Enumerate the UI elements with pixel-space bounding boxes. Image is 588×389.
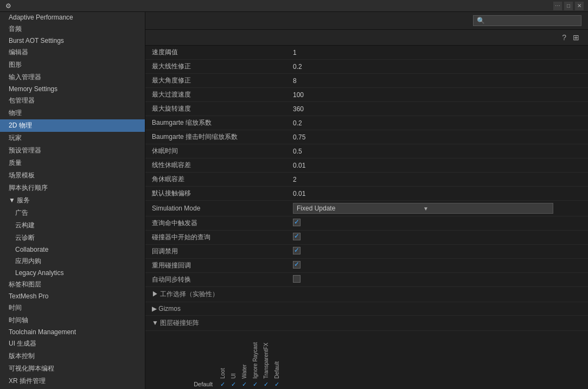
setting-value[interactable]: [286, 216, 588, 231]
matrix-cell[interactable]: ✓: [228, 380, 239, 388]
sidebar-item-2d-物理[interactable]: 2D 物理: [0, 119, 145, 132]
setting-label: Baumgarte 撞击时间缩放系数: [145, 130, 286, 144]
matrix-cell[interactable]: ✓: [260, 380, 271, 388]
dropdown[interactable]: Fixed Update▼: [293, 203, 553, 214]
sidebar: Adaptive Performance音频Burst AOT Settings…: [0, 12, 145, 389]
search-box[interactable]: 🔍: [473, 15, 581, 26]
sidebar-item-音频[interactable]: 音频: [0, 23, 145, 35]
sidebar-item-预设管理器[interactable]: 预设管理器: [0, 144, 145, 157]
sidebar-item-包管理器[interactable]: 包管理器: [0, 94, 145, 107]
expand-section-1[interactable]: ▶ Gizmos: [145, 302, 588, 316]
setting-label: 回调禁用: [145, 245, 286, 259]
matrix-check: ✓: [220, 381, 225, 388]
sidebar-item-legacy-analytics[interactable]: Legacy Analytics: [0, 267, 145, 278]
sidebar-item-图形[interactable]: 图形: [0, 59, 145, 71]
sidebar-item-burst-aot-settings[interactable]: Burst AOT Settings: [0, 35, 145, 46]
content-area: 🔍 ? ⊞ 速度阈值1最大线性修正0.2最大角度修正8最大过渡速度100最大旋转…: [145, 12, 588, 389]
settings-row: Baumgarte 撞击时间缩放系数0.75: [145, 130, 588, 144]
sidebar-item-标签和图层[interactable]: 标签和图层: [0, 278, 145, 291]
sidebar-item-脚本执行顺序[interactable]: 脚本执行顺序: [0, 182, 145, 194]
setting-value: 0.01: [286, 187, 588, 201]
setting-value: 100: [286, 88, 588, 102]
settings-row: 碰撞器中开始的查询: [145, 231, 588, 245]
matrix-check: ✓: [253, 381, 258, 388]
matrix-check: ✓: [264, 381, 269, 388]
setting-label: 自动同步转换: [145, 273, 286, 287]
close-button[interactable]: ✕: [575, 2, 584, 10]
matrix-cell[interactable]: ✓: [271, 380, 282, 388]
settings-row: 查询命中触发器: [145, 216, 588, 231]
search-input[interactable]: [487, 17, 578, 24]
sidebar-item-玩家[interactable]: 玩家: [0, 132, 145, 144]
content-scroll: 速度阈值1最大线性修正0.2最大角度修正8最大过渡速度100最大旋转速度360B…: [145, 46, 588, 389]
sidebar-item-广告[interactable]: 广告: [0, 207, 145, 219]
sidebar-item-时间轴[interactable]: 时间轴: [0, 314, 145, 327]
settings-row: 重用碰撞回调: [145, 259, 588, 273]
sidebar-item-toolchain-management[interactable]: Toolchain Management: [0, 327, 145, 337]
matrix-col-label: Water: [239, 335, 250, 379]
settings-row: 最大过渡速度100: [145, 88, 588, 102]
sidebar-item-时间[interactable]: 时间: [0, 302, 145, 314]
checkbox[interactable]: [293, 261, 301, 269]
help-button[interactable]: ?: [560, 32, 568, 43]
sidebar-item-ui-生成器[interactable]: UI 生成器: [0, 337, 145, 350]
setting-label: 休眠时间: [145, 144, 286, 158]
checkbox[interactable]: [293, 219, 301, 226]
setting-label: 速度阈值: [145, 46, 286, 60]
expand-section-2[interactable]: ▼ 图层碰撞矩阵: [145, 316, 588, 331]
header-actions: ? ⊞: [560, 32, 581, 43]
matrix-col-label: Loot: [217, 335, 228, 379]
setting-value: 0.2: [286, 116, 588, 130]
expand-section-0[interactable]: ▶ 工作选择（实验性）: [145, 287, 588, 302]
sidebar-item-云诊断[interactable]: 云诊断: [0, 232, 145, 244]
settings-row: 自动同步转换: [145, 273, 588, 287]
sidebar-item-版本控制[interactable]: 版本控制: [0, 350, 145, 362]
sidebar-item-xr-插件管理[interactable]: XR 插件管理: [0, 375, 145, 387]
sidebar-item-应用内购[interactable]: 应用内购: [0, 255, 145, 267]
setting-value: 0.75: [286, 130, 588, 144]
matrix-cell[interactable]: ✓: [239, 380, 250, 388]
project-settings-icon: ⚙: [4, 2, 12, 10]
matrix-row: Default✓✓✓✓✓✓: [152, 380, 581, 388]
setting-label: Baumgarte 缩放系数: [145, 116, 286, 130]
sidebar-item-输入管理器[interactable]: 输入管理器: [0, 71, 145, 84]
setting-value[interactable]: [286, 231, 588, 245]
sidebar-item-adaptive-performance[interactable]: Adaptive Performance: [0, 12, 145, 23]
checkbox[interactable]: [293, 233, 301, 240]
setting-label: 最大旋转速度: [145, 102, 286, 116]
matrix-cell[interactable]: ✓: [217, 380, 228, 388]
sidebar-item-云构建[interactable]: 云构建: [0, 219, 145, 232]
sidebar-item-质量[interactable]: 质量: [0, 157, 145, 169]
sidebar-item-编辑器[interactable]: 编辑器: [0, 46, 145, 59]
checkbox[interactable]: [293, 247, 301, 254]
setting-value: 0.01: [286, 158, 588, 173]
matrix-check: ✓: [231, 381, 236, 388]
sidebar-item-场景模板[interactable]: 场景模板: [0, 169, 145, 182]
setting-value[interactable]: [286, 273, 588, 287]
window-controls: ⋯ □ ✕: [553, 2, 584, 10]
settings-row: 回调禁用: [145, 245, 588, 259]
matrix-col-label: Default: [271, 335, 282, 379]
sidebar-item-collaborate[interactable]: Collaborate: [0, 244, 145, 255]
maximize-button[interactable]: □: [564, 2, 573, 10]
sidebar-item-物理[interactable]: 物理: [0, 107, 145, 119]
inner-header: ? ⊞: [145, 30, 588, 46]
settings-row: Simulation ModeFixed Update▼: [145, 201, 588, 216]
setting-value[interactable]: [286, 245, 588, 259]
setting-value[interactable]: Fixed Update▼: [286, 201, 588, 216]
sidebar-scroll: Adaptive Performance音频Burst AOT Settings…: [0, 12, 145, 389]
matrix-cell[interactable]: ✓: [250, 380, 260, 388]
setting-label: Simulation Mode: [145, 201, 286, 216]
checkbox[interactable]: [293, 275, 301, 283]
matrix-check: ✓: [274, 381, 279, 388]
setting-value[interactable]: [286, 259, 588, 273]
sidebar-item-memory-settings[interactable]: Memory Settings: [0, 84, 145, 94]
setting-label: 最大过渡速度: [145, 88, 286, 102]
sidebar-item-textmesh-pro[interactable]: TextMesh Pro: [0, 291, 145, 302]
layout-button[interactable]: ⊞: [571, 32, 581, 43]
more-options-button[interactable]: ⋯: [553, 2, 562, 10]
search-icon: 🔍: [477, 17, 485, 24]
sidebar-item-▼-服务[interactable]: ▼ 服务: [0, 194, 145, 207]
sidebar-item-可视化脚本编程[interactable]: 可视化脚本编程: [0, 362, 145, 375]
setting-label: 查询命中触发器: [145, 216, 286, 231]
